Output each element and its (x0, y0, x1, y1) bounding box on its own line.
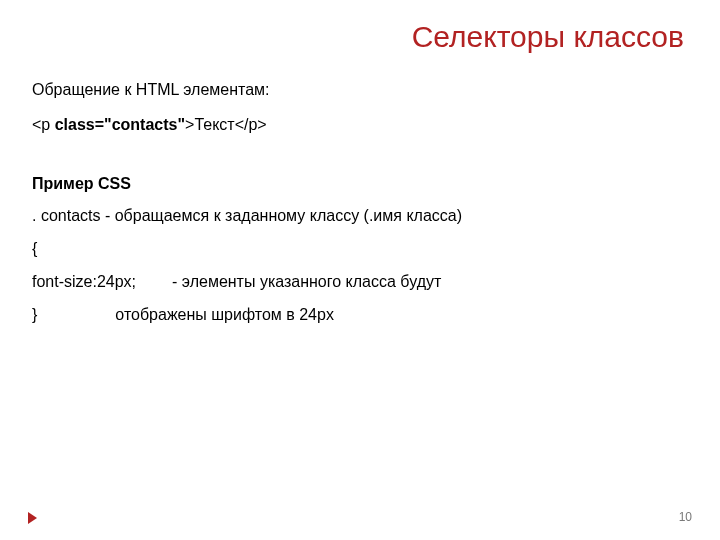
code-example-html: <p class="contacts">Текст</p> (32, 109, 688, 142)
slide: Селекторы классов Обращение к HTML элеме… (0, 0, 720, 540)
page-title: Селекторы классов (32, 20, 684, 54)
css-selector-line: . сontacts - обращаемся к заданному клас… (32, 200, 688, 233)
tag-open: <p (32, 116, 55, 133)
tag-close-text: >Текст</p> (185, 116, 267, 133)
css-rule: font-size:24px; (32, 273, 136, 290)
css-rule-comment: - элементы указанного класса будут (172, 273, 441, 290)
intro-line: Обращение к HTML элементам: (32, 74, 688, 107)
css-brace-close: } (32, 306, 37, 323)
spacer (32, 142, 688, 168)
play-right-icon (28, 512, 37, 524)
slide-content: Обращение к HTML элементам: <p class="co… (32, 74, 688, 332)
css-brace-open: { (32, 233, 688, 266)
tag-class-attr: class="contacts" (55, 116, 185, 133)
page-number: 10 (679, 510, 692, 524)
css-rule-line: font-size:24px;- элементы указанного кла… (32, 266, 688, 299)
css-heading: Пример CSS (32, 168, 688, 201)
css-brace-close-line: }отображены шрифтом в 24px (32, 299, 688, 332)
css-rule-comment-2: отображены шрифтом в 24px (115, 306, 334, 323)
